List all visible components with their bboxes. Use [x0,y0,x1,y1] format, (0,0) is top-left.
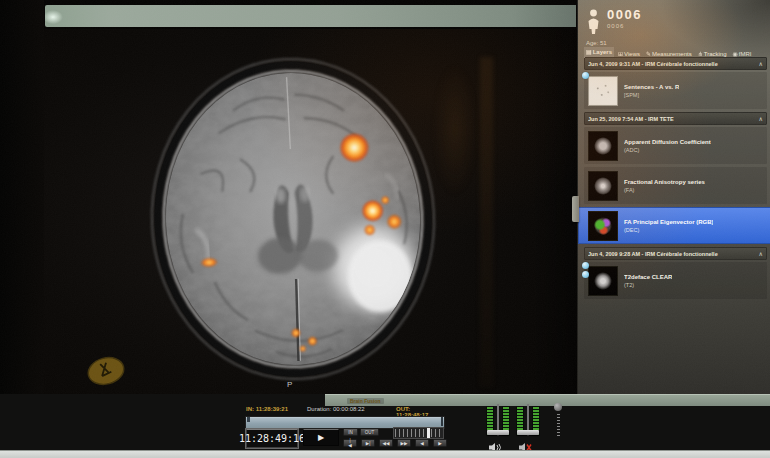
orientation-marker-posterior: P [287,380,292,389]
frame-step-button[interactable]: ▶ [433,439,447,447]
jog-shuttle-slider[interactable] [393,427,444,439]
bottom-light-strip [0,450,770,458]
layer-group-header[interactable]: Jun 4, 2009 9:28 AM - IRM Cérébrale fonc… [584,247,767,260]
mark-in-button[interactable]: IN [343,428,358,436]
clip-title: Brain Fusion [347,398,384,404]
photographed-monitor: P 0006 0006 Age: 51 ▤Layers⊞Views✎Measur… [0,0,770,394]
patient-icon [587,9,600,35]
fmri-icon: ◉ [733,50,738,57]
views-icon: ⊞ [618,50,623,57]
jog-ticks [395,429,442,437]
layer-group-list: Jun 4, 2009 9:31 AM - IRM Cérébrale fonc… [584,57,767,302]
visibility-dots [582,262,589,278]
gain-knob-slider[interactable] [552,403,564,437]
chevron-up-icon[interactable]: ∧ [759,250,763,257]
layer-group-title: Jun 4, 2009 9:31 AM - IRM Cérébrale fonc… [588,61,759,67]
patient-header: 0006 0006 [587,9,642,35]
yellow-sticker [85,354,126,388]
knob-cap[interactable] [554,403,562,411]
timecode-display: 11:28:49:16 [246,429,298,448]
in-marker[interactable] [247,417,250,422]
audio-fader-ch1[interactable] [486,404,510,440]
tab-label: Tracking [704,51,727,57]
sidebar-collapse-handle[interactable] [572,196,579,222]
layer-group-header[interactable]: Jun 25, 2009 7:54 AM - IRM TETE∧ [584,112,767,125]
frame-step-button[interactable]: ▶| [361,439,375,447]
layer-subtitle: (T2) [624,282,672,288]
visibility-dot[interactable] [582,72,589,79]
frame-step-button[interactable]: ◀◀ [379,439,393,447]
audio-fader-ch2[interactable] [516,404,540,440]
frame-step-button[interactable]: ◀ [415,439,429,447]
video-transport-bar: Brain Fusion IN: 11:28:39:21 Duration: 0… [0,394,770,450]
layer-subtitle: (ADC) [624,147,711,153]
chevron-up-icon[interactable]: ∧ [759,115,763,122]
layer-item[interactable]: Sentences - A vs. R[SPM] [584,72,767,109]
chevron-up-icon[interactable]: ∧ [759,60,763,67]
screen-capture: P 0006 0006 Age: 51 ▤Layers⊞Views✎Measur… [0,0,770,458]
out-marker[interactable] [441,417,443,426]
visibility-dot[interactable] [582,262,589,269]
frame-step-button[interactable]: |◀ [343,439,357,447]
layer-title: FA Principal Eigenvector (RGB) [624,219,713,225]
tab-label: Views [624,51,640,57]
t2-thumbnail [588,266,618,296]
frame-step-button[interactable]: ▶▶ [397,439,411,447]
layers-sidebar: 0006 0006 Age: 51 ▤Layers⊞Views✎Measurem… [577,0,770,394]
knob-ticks [557,414,560,436]
room-dark-edge [0,0,44,394]
layer-item[interactable]: Apparent Diffusion Coefficient(ADC) [584,127,767,164]
layer-item[interactable]: FA Principal Eigenvector (RGB)(DEC) [578,207,770,244]
layer-item-text: T2deface CLEAR(T2) [624,274,672,288]
tab-label: Layers [593,49,612,55]
layer-title: Fractional Anisotropy series [624,179,705,185]
tab-label: fMRI [739,51,752,57]
layer-subtitle: [SPM] [624,92,679,98]
duration-label: Duration: 00:00:08:22 [307,406,365,412]
layer-item[interactable]: T2deface CLEAR(T2) [584,262,767,299]
in-point-label: IN: 11:28:39:21 [246,406,288,412]
frame-step-buttons: |◀▶|◀◀▶▶◀▶ [343,439,447,447]
desktop-strip: Brain Fusion [325,394,770,406]
play-button[interactable]: ▶ [303,429,339,446]
patient-id: 0006 [607,9,642,21]
layer-item[interactable]: Fractional Anisotropy series(FA) [584,167,767,204]
layer-group-title: Jun 25, 2009 7:54 AM - IRM TETE [588,116,759,122]
layer-title: Apparent Diffusion Coefficient [624,139,711,145]
layer-title: Sentences - A vs. R [624,84,679,90]
inout-row: IN: 11:28:39:21 Duration: 00:00:08:22 OU… [246,406,442,415]
mark-out-button[interactable]: OUT [360,428,379,436]
monitor-top-glare-strip [45,5,576,27]
jog-handle[interactable] [427,428,430,438]
fader-handle[interactable] [517,430,539,435]
dec-thumbnail [588,211,618,241]
layer-group-title: Jun 4, 2009 9:28 AM - IRM Cérébrale fonc… [588,251,759,257]
tracking-icon: ⋔ [698,50,703,57]
mri-viewport[interactable]: P [44,29,577,394]
layer-item-text: Sentences - A vs. R[SPM] [624,84,679,98]
layer-subtitle: (FA) [624,187,705,193]
layer-item-text: Apparent Diffusion Coefficient(ADC) [624,139,711,153]
spm-thumbnail [588,76,618,106]
layer-subtitle: (DEC) [624,227,713,233]
patient-sub-id: 0006 [607,23,642,29]
layer-title: T2deface CLEAR [624,274,672,280]
measurements-icon: ✎ [646,50,651,57]
visibility-dot[interactable] [582,271,589,278]
fa-thumbnail [588,171,618,201]
tab-label: Measurements [652,51,692,57]
visibility-dots [582,72,589,79]
fader-handle[interactable] [487,430,509,435]
layer-group-header[interactable]: Jun 4, 2009 9:31 AM - IRM Cérébrale fonc… [584,57,767,70]
layers-icon: ▤ [586,48,592,55]
adc-thumbnail [588,131,618,161]
layer-item-text: FA Principal Eigenvector (RGB)(DEC) [624,219,713,233]
mri-axial-slice [44,29,577,394]
layer-item-text: Fractional Anisotropy series(FA) [624,179,705,193]
